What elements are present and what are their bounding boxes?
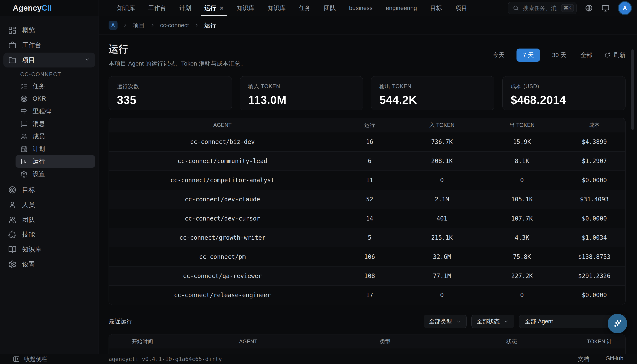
cell-agent: cc-connect/qa-reviewer	[109, 266, 336, 286]
sidebar-item[interactable]: 团队	[4, 212, 95, 227]
docs-link[interactable]: 文档	[578, 355, 589, 363]
sidebar-item-label: 知识库	[22, 245, 41, 254]
stat-value: $468.2014	[511, 93, 618, 106]
refresh-button[interactable]: 刷新	[604, 51, 626, 59]
sidebar-item[interactable]: 人员	[4, 197, 95, 212]
range-button[interactable]: 今天	[490, 48, 507, 62]
search-input[interactable]: 搜索任务、消息... ⌘K	[508, 2, 576, 14]
monitor-icon[interactable]	[601, 4, 610, 12]
filter-dropdown[interactable]: 全部类型	[424, 314, 467, 328]
sidebar-subitem-label: 设置	[32, 170, 45, 178]
stat-value: 335	[117, 93, 224, 106]
table-row[interactable]: cc-connect/community-lead 6 208.1K 8.1K …	[109, 151, 625, 170]
collapse-sidebar-label: 收起侧栏	[24, 355, 47, 363]
sidebar: 概览 工作台 项目 CC-CONNECT 任务	[0, 16, 99, 354]
chevron-down-icon	[84, 56, 90, 64]
table-row[interactable]: cc-connect/pm 106 32.6M 75.8K $138.8753	[109, 247, 625, 266]
sidebar-item-label: 目标	[22, 186, 35, 194]
scrollbar-thumb[interactable]	[631, 50, 634, 130]
sidebar-item[interactable]: 目标	[4, 182, 95, 197]
table-row[interactable]: cc-connect/qa-reviewer 108 77.1M 227.2K …	[109, 266, 625, 286]
sidebar-subitem[interactable]: 消息	[16, 118, 95, 130]
topbar-right: 搜索任务、消息... ⌘K A	[508, 0, 637, 16]
sidebar-item-workbench[interactable]: 工作台	[4, 38, 95, 52]
nav-tab[interactable]: 目标	[430, 0, 442, 16]
nav-tab[interactable]: business	[349, 0, 373, 16]
sidebar-subitem[interactable]: 运行	[16, 155, 95, 168]
nav-tab[interactable]: 知识库	[237, 0, 255, 16]
filter-dropdown[interactable]: 全部状态	[471, 314, 514, 328]
sidebar-subitem[interactable]: 里程碑	[16, 105, 95, 118]
cell-runs: 16	[336, 132, 403, 151]
nav-tab[interactable]: 运行	[204, 0, 224, 16]
cell-cost: $1.2907	[563, 151, 625, 170]
range-button[interactable]: 全部	[578, 48, 594, 62]
table-row[interactable]: cc-connect/dev-claude 52 2.1M 105.1K $31…	[109, 190, 625, 209]
sidebar-item-projects[interactable]: 项目	[4, 52, 95, 68]
topbar: AgencyCli 知识库 工作台 计划	[0, 0, 637, 16]
recent-runs-bar: 最近运行 全部类型 全部状态	[108, 314, 626, 328]
table-row[interactable]: cc-connect/dev-cursor 14 401 107.7K $0.0…	[109, 209, 625, 228]
nav-tab[interactable]: 任务	[299, 0, 311, 16]
cell-output-tokens: 4.3K	[481, 228, 563, 247]
folder-icon	[8, 56, 16, 64]
subitem-icon	[20, 108, 28, 115]
sidebar-subitem[interactable]: OKR	[16, 92, 95, 105]
range-button[interactable]: 7 天	[516, 48, 540, 62]
sidebar-item-label: 概览	[22, 26, 35, 35]
range-button[interactable]: 30 天	[550, 48, 568, 62]
stat-label: 输入 TOKEN	[248, 83, 355, 90]
nav-tab[interactable]: 团队	[324, 0, 336, 16]
cell-cost: $4.3899	[563, 132, 625, 151]
sidebar-subitem[interactable]: 成员	[16, 130, 95, 142]
sidebar-item-label: 项目	[22, 56, 35, 64]
table-row[interactable]: cc-connect/growth-writer 5 215.1K 4.3K $…	[109, 228, 625, 247]
nav-tab[interactable]: 知识库	[268, 0, 286, 16]
column-header: 出 TOKEN	[481, 118, 563, 132]
project-subtree: CC-CONNECT 任务 OKR 里程碑	[14, 69, 95, 180]
cell-output-tokens: 8.1K	[481, 151, 563, 170]
sidebar-subitem[interactable]: 任务	[16, 80, 95, 92]
column-header: 成本	[563, 118, 625, 132]
agent-table-header-row: AGENT运行入 TOKEN出 TOKEN成本	[109, 118, 625, 132]
column-header: AGENT	[176, 338, 320, 345]
chevron-down-icon	[504, 319, 509, 324]
cell-cost: $138.8753	[563, 247, 625, 266]
sidebar-item[interactable]: 设置	[4, 257, 95, 272]
cell-runs: 5	[336, 228, 403, 247]
project-badge[interactable]: A	[108, 21, 118, 30]
github-link[interactable]: GitHub	[606, 355, 623, 363]
collapse-sidebar-button[interactable]: 收起侧栏	[0, 355, 99, 363]
globe-icon[interactable]	[585, 4, 593, 12]
sidebar-item[interactable]: 知识库	[4, 242, 95, 257]
nav-tab[interactable]: 知识库	[117, 0, 135, 16]
table-row[interactable]: cc-connect/competitor-analyst 11 0 0 $0.…	[109, 170, 625, 190]
cell-cost: $0.0000	[563, 286, 625, 304]
nav-tab[interactable]: engineering	[386, 0, 417, 16]
filter-dropdown-label: 全部类型	[429, 318, 452, 325]
sidebar-subitem[interactable]: 设置	[16, 168, 95, 180]
sidebar-item-icon	[8, 260, 16, 269]
logo-text-accent: Cli	[42, 4, 52, 12]
breadcrumb-project-name[interactable]: cc-connect	[160, 22, 189, 29]
sidebar-subitem[interactable]: 计划	[16, 142, 95, 155]
avatar[interactable]: A	[619, 2, 631, 14]
nav-tab[interactable]: 工作台	[148, 0, 166, 16]
sidebar-item-overview[interactable]: 概览	[4, 23, 95, 38]
breadcrumb: A 项目 cc-connect 运行	[99, 16, 637, 34]
sidebar-item[interactable]: 技能	[4, 227, 95, 242]
sidebar-item-icon	[8, 245, 16, 254]
cell-input-tokens: 77.1M	[403, 266, 481, 286]
close-tab-icon[interactable]	[220, 5, 224, 11]
table-row[interactable]: cc-connect/release-engineer 17 0 0 $0.00…	[109, 286, 625, 304]
assistant-fab-button[interactable]	[608, 314, 627, 333]
table-row[interactable]: cc-connect/biz-dev 16 736.7K 15.9K $4.38…	[109, 132, 625, 151]
cell-agent: cc-connect/pm	[109, 247, 336, 266]
nav-tab[interactable]: 项目	[455, 0, 467, 16]
cell-cost: $1.0034	[563, 228, 625, 247]
nav-tab[interactable]: 计划	[179, 0, 191, 16]
column-header: 运行	[336, 118, 403, 132]
keyboard-shortcut-badge: ⌘K	[561, 4, 574, 12]
breadcrumb-projects[interactable]: 项目	[133, 21, 145, 30]
stat-label: 成本 (USD)	[511, 83, 618, 90]
